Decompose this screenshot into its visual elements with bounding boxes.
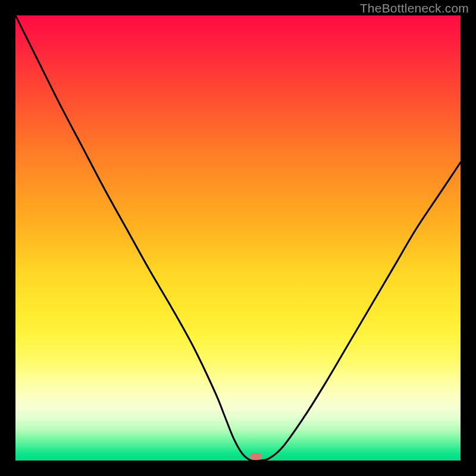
minimum-point-marker bbox=[250, 453, 262, 460]
chart-frame: TheBottleneck.com bbox=[0, 0, 476, 476]
bottleneck-curve bbox=[15, 15, 461, 461]
watermark-text: TheBottleneck.com bbox=[360, 1, 469, 15]
plot-area bbox=[15, 15, 461, 461]
